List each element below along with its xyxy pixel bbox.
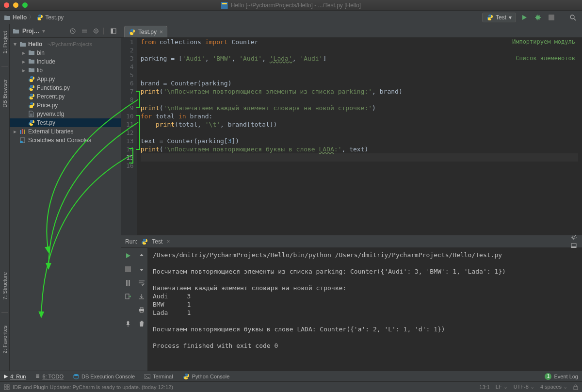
svg-rect-23 (140, 311, 143, 312)
svg-rect-3 (549, 15, 554, 20)
lock-icon[interactable] (573, 384, 578, 390)
tree-item[interactable]: ▸bin (10, 49, 121, 57)
annotation-1: Импортируем модуль (512, 38, 575, 46)
tool-tab-structure[interactable]: 7: Structure (1, 269, 9, 303)
tool-tab-favorites[interactable]: 2: Favorites (1, 323, 9, 356)
python-file-icon (129, 29, 135, 35)
chevron-down-icon: ▾ (509, 14, 512, 21)
close-tab-button[interactable]: × (160, 29, 163, 35)
soft-wrap-button[interactable] (137, 278, 146, 288)
pin-button[interactable] (123, 319, 133, 328)
settings-button[interactable] (92, 27, 100, 35)
code-content[interactable]: Импортируем модуль Список элеменотов fro… (137, 38, 582, 235)
svg-point-4 (570, 15, 574, 19)
tab-event-log[interactable]: 1Event Log (545, 373, 578, 380)
rerun-button[interactable] (123, 251, 133, 261)
pause-button[interactable] (123, 278, 133, 288)
tree-item[interactable]: pyvenv.cfg (10, 110, 121, 118)
svg-rect-8 (111, 29, 113, 33)
tree-item[interactable]: ▸lib (10, 66, 121, 75)
bottom-tabs: ▶4: Run ≣6: TODO DB Execution Console Te… (0, 371, 582, 381)
indent-status[interactable]: 4 spaces ⌄ (540, 384, 567, 390)
tree-item[interactable]: ▸include (10, 57, 121, 66)
run-toolbar (121, 248, 148, 371)
tree-external-libraries[interactable]: ▸ External Libraries (10, 127, 121, 136)
project-icon (13, 28, 19, 34)
search-button[interactable] (567, 12, 578, 23)
debug-button[interactable] (533, 12, 543, 23)
tool-tab-project[interactable]: 1: Project (1, 28, 9, 56)
svg-rect-19 (129, 280, 130, 286)
chevron-down-icon[interactable]: ▾ (42, 28, 45, 34)
close-run-tab[interactable]: × (166, 238, 170, 245)
hide-sidebar-button[interactable] (109, 27, 118, 35)
tab-todo[interactable]: ≣6: TODO (35, 373, 64, 379)
tree-root[interactable]: ▾ Hello ~/PycharmProjects (10, 40, 121, 49)
code-editor[interactable]: 12345678910111213141516 Импортируем моду… (121, 38, 582, 235)
cursor-position[interactable]: 13:1 (479, 384, 489, 390)
statusbar: IDE and Plugin Updates: PyCharm is ready… (0, 381, 582, 392)
sidebar-title: Proj… (22, 28, 39, 34)
editor-tab[interactable]: Test.py × (124, 26, 167, 37)
select-opened-file-button[interactable] (68, 27, 77, 35)
tree-item[interactable]: Percent.py (10, 92, 121, 101)
tree-item[interactable]: Test.py (10, 118, 121, 127)
collapse-all-button[interactable] (80, 27, 89, 35)
line-separator[interactable]: LF ⌄ (496, 384, 508, 390)
svg-rect-26 (4, 385, 6, 387)
svg-rect-20 (126, 294, 129, 299)
tool-tab-db[interactable]: DB Browser (1, 76, 9, 111)
svg-point-6 (95, 30, 97, 32)
titlebar: Hello [~/PycharmProjects/Hello] - .../Te… (0, 0, 582, 11)
breadcrumb[interactable]: Hello 〉 Test.py (4, 13, 64, 21)
python-icon (486, 14, 493, 21)
left-tool-strip: 1: Project DB Browser 7: Structure 2: Fa… (0, 24, 10, 371)
tree-item[interactable]: App.py (10, 75, 121, 83)
up-button[interactable] (137, 251, 146, 261)
svg-point-14 (573, 236, 575, 238)
run-config-name: Test (496, 14, 506, 21)
tree-item[interactable]: Price.py (10, 101, 121, 110)
folder-icon (4, 15, 11, 20)
tab-db-console[interactable]: DB Execution Console (73, 374, 135, 379)
tree-item[interactable]: Functions.py (10, 83, 121, 92)
window-title: Hello [~/PycharmProjects/Hello] - .../Te… (231, 2, 361, 9)
project-sidebar: Proj… ▾ ▾ Hello ~/PycharmProjects ▸bin▸i… (10, 24, 121, 371)
tab-python-console[interactable]: Python Console (183, 373, 230, 380)
exit-button[interactable] (123, 292, 133, 301)
window-minimize-button[interactable] (13, 2, 18, 8)
svg-rect-22 (140, 308, 143, 309)
tree-scratches[interactable]: Scratches and Consoles (10, 136, 121, 145)
project-tree[interactable]: ▾ Hello ~/PycharmProjects ▸bin▸include▸l… (10, 38, 121, 371)
down-button[interactable] (137, 264, 146, 274)
tab-terminal[interactable]: Terminal (145, 374, 173, 379)
svg-rect-30 (574, 387, 578, 390)
annotation-2: Список элеменотов (516, 54, 575, 63)
python-file-icon (36, 14, 43, 21)
tab-label: Test.py (138, 29, 157, 35)
run-config-select[interactable]: Test ▾ (482, 13, 516, 22)
line-gutter: 12345678910111213141516 (121, 38, 137, 235)
svg-rect-25 (145, 374, 150, 379)
window-close-button[interactable] (4, 2, 9, 8)
stop-button[interactable] (546, 12, 557, 23)
stop-run-button[interactable] (123, 264, 133, 274)
run-button[interactable] (519, 12, 530, 23)
svg-rect-1 (222, 3, 227, 4)
console-output[interactable]: /Users/dmitriy/PycharmProjects/Hello/bin… (148, 248, 582, 371)
svg-point-24 (74, 374, 79, 376)
file-encoding[interactable]: UTF-8 ⌄ (514, 384, 534, 390)
window-zoom-button[interactable] (22, 2, 28, 8)
status-message[interactable]: IDE and Plugin Updates: PyCharm is ready… (13, 384, 173, 390)
run-tab-label[interactable]: Test (152, 238, 162, 245)
windows-icon[interactable] (4, 384, 10, 390)
svg-rect-17 (125, 266, 131, 272)
tab-run[interactable]: ▶4: Run (4, 373, 26, 379)
breadcrumb-file[interactable]: Test.py (45, 14, 64, 21)
scroll-to-end-button[interactable] (137, 292, 146, 301)
trash-button[interactable] (137, 319, 146, 328)
svg-rect-29 (7, 388, 9, 390)
svg-rect-18 (126, 280, 128, 286)
breadcrumb-root[interactable]: Hello (13, 14, 27, 21)
print-button[interactable] (137, 305, 146, 315)
